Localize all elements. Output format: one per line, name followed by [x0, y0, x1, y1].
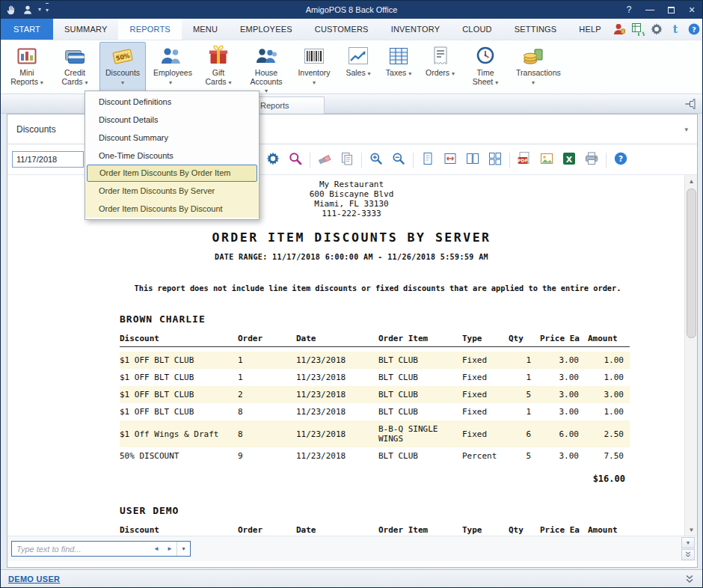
ribbon-button-employees[interactable]: Employees ▾ — [147, 42, 194, 92]
print-button[interactable] — [583, 152, 600, 168]
report-title: ORDER ITEM DISCOUNTS BY SERVER — [120, 230, 583, 245]
scroll-down-arrow-icon[interactable]: ▼ — [685, 524, 697, 536]
panel-title: Discounts — [16, 124, 56, 135]
find-bar: ◄ ► ▾ ▼ — [7, 536, 697, 561]
sync-grid-icon[interactable] — [631, 22, 645, 36]
chevron-down-icon[interactable]: ▾ — [684, 126, 688, 133]
toolbar-separator — [413, 153, 414, 168]
copy-button[interactable] — [339, 152, 355, 168]
ribbon-button-inventory[interactable]: Inventory ▾ — [291, 42, 337, 92]
table-cell: B-B-Q SINGLE WINGS — [378, 424, 462, 444]
page-two-button[interactable] — [464, 152, 481, 168]
column-header: Order — [238, 525, 296, 535]
ribbon-button-mini-reports[interactable]: Mini Reports ▾ — [4, 42, 50, 92]
close-button[interactable]: × — [681, 1, 702, 19]
tab-reports[interactable]: REPORTS — [118, 19, 181, 40]
search-button[interactable] — [287, 152, 304, 168]
page-grid-button[interactable] — [487, 152, 503, 168]
table-cell: BLT CLUB — [378, 390, 462, 399]
find-previous-button[interactable]: ◄ — [150, 542, 163, 556]
vertical-scrollbar[interactable]: ▲ ▼ — [684, 175, 697, 536]
excel-export-button[interactable]: X — [561, 152, 577, 168]
page-grid-icon — [488, 151, 503, 169]
table-cell: 11/23/2018 — [296, 407, 378, 417]
help-button[interactable]: ? — [613, 152, 629, 168]
tab-inventory[interactable]: INVENTORY — [380, 19, 452, 40]
window-help-button[interactable]: ? — [618, 1, 639, 19]
pdf-export-button[interactable]: PDF — [516, 152, 532, 168]
status-double-chevron-icon[interactable] — [684, 574, 695, 584]
help-circle-icon[interactable]: ? — [687, 22, 701, 36]
menu-bar: STARTSUMMARYREPORTSMENUEMPLOYEESCUSTOMER… — [1, 19, 702, 40]
ribbon-button-house-accounts[interactable]: House Accounts ▾ — [243, 42, 289, 92]
discounts-dropdown-menu: Discount DefinitionsDiscount DetailsDisc… — [85, 91, 260, 220]
menu-item-discount-definitions[interactable]: Discount Definitions — [85, 93, 259, 111]
ribbon-button-discounts[interactable]: 50%Discounts ▾ — [99, 42, 146, 92]
ribbon-button-orders[interactable]: Orders ▾ — [420, 42, 461, 92]
next-page-button[interactable]: ▼ — [681, 537, 695, 548]
table-row: $1 OFF BLT CLUB211/23/2018BLT CLUBFixed5… — [120, 386, 630, 403]
ribbon-button-sales[interactable]: Sales ▾ — [339, 42, 378, 92]
ribbon-button-gift-cards[interactable]: Gift Cards ▾ — [195, 42, 242, 92]
double-chevron-down-icon — [684, 551, 692, 559]
inventory-icon — [303, 45, 325, 67]
scroll-up-arrow-icon[interactable]: ▲ — [685, 175, 697, 187]
last-page-button[interactable] — [681, 549, 695, 560]
ribbon-button-time-sheet[interactable]: Time Sheet ▾ — [462, 42, 509, 92]
table-cell: 11/23/2018 — [296, 355, 378, 365]
settings-gear-button[interactable] — [265, 152, 281, 168]
user-icon[interactable] — [22, 4, 34, 16]
twitter-icon[interactable]: t — [669, 22, 682, 36]
zoom-out-button[interactable] — [390, 152, 407, 168]
customize-toolbar-chevron-icon[interactable]: ▾ — [46, 3, 49, 16]
svg-text:X: X — [566, 154, 573, 164]
table-cell: Fixed — [462, 390, 509, 399]
minimize-button[interactable]: — — [639, 1, 660, 19]
transactions-icon — [522, 45, 544, 67]
find-next-button[interactable]: ► — [163, 542, 176, 556]
page-fit-button[interactable] — [442, 152, 458, 168]
eraser-button[interactable] — [316, 152, 333, 168]
ribbon-button-transactions[interactable]: Transactions ▾ — [510, 42, 556, 92]
tab-employees[interactable]: EMPLOYEES — [229, 19, 304, 40]
gear-gray-icon[interactable] — [650, 22, 663, 36]
menu-item-order-item-discounts-by-discount[interactable]: Order Item Discounts By Discount — [85, 200, 259, 218]
toolbar-separator — [310, 153, 310, 168]
tab-start[interactable]: START — [1, 19, 53, 40]
tab-customers[interactable]: CUSTOMERS — [304, 19, 380, 40]
tab-cloud[interactable]: CLOUD — [451, 19, 503, 40]
ribbon-button-taxes[interactable]: Taxes ▾ — [379, 42, 418, 92]
image-export-button[interactable] — [538, 152, 555, 168]
logout-user-icon[interactable] — [613, 22, 626, 36]
chevron-down-icon: ▾ — [265, 88, 268, 94]
gift-cards-icon — [207, 45, 230, 67]
tab-menu[interactable]: MENU — [182, 19, 229, 40]
maximize-button[interactable] — [660, 1, 681, 19]
tab-summary[interactable]: SUMMARY — [53, 19, 118, 40]
report-section-name: BROWN CHARLIE — [120, 313, 636, 325]
menu-item-one-time-discounts[interactable]: One-Time Discounts — [85, 147, 259, 165]
report-page: My Restaurant 600 Biscayne Blvd Miami, F… — [120, 175, 636, 536]
start-date-input[interactable] — [12, 151, 84, 168]
menu-item-discount-details[interactable]: Discount Details — [85, 111, 259, 129]
table-row: $1 OFF BLT CLUB111/23/2018BLT CLUBFixed1… — [120, 352, 630, 369]
scrollbar-thumb[interactable] — [687, 189, 696, 338]
find-options-chevron-icon[interactable]: ▾ — [176, 542, 190, 556]
chevron-down-icon[interactable]: ▾ — [38, 4, 41, 16]
column-header: Order Item — [378, 334, 462, 343]
auto-hide-pin-icon[interactable] — [684, 98, 696, 110]
copy-icon — [340, 151, 354, 169]
hand-tool-icon[interactable] — [5, 4, 17, 16]
sales-icon — [347, 45, 369, 67]
menu-item-order-item-discounts-by-server[interactable]: Order Item Discounts By Server — [85, 182, 259, 200]
tab-settings[interactable]: SETTINGS — [503, 19, 568, 40]
ribbon-button-credit-cards[interactable]: Credit Cards ▾ — [52, 42, 98, 92]
page-single-button[interactable] — [420, 152, 436, 168]
toolbar-separator — [509, 153, 510, 168]
find-text-input[interactable] — [12, 545, 150, 554]
menu-item-discount-summary[interactable]: Discount Summary — [85, 129, 259, 147]
menu-item-order-item-discounts-by-order-item[interactable]: Order Item Discounts By Order Item — [87, 165, 257, 182]
tab-help[interactable]: HELP — [568, 19, 613, 40]
logged-in-user-link[interactable]: DEMO USER — [8, 575, 60, 584]
zoom-in-button[interactable] — [368, 152, 384, 168]
